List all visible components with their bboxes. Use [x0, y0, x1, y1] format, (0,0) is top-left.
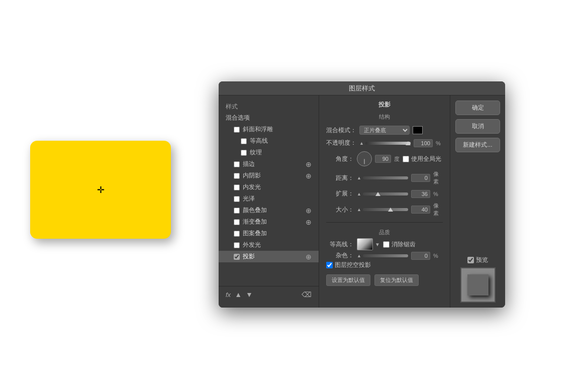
move-up-icon[interactable]: ▲ [235, 290, 242, 299]
pattern-overlay-label: 图案叠加 [243, 229, 267, 238]
blend-mode-select[interactable]: 正片叠底 [359, 126, 410, 135]
reset-default-button[interactable]: 复位为默认值 [374, 274, 419, 286]
gradient-overlay-add-icon[interactable]: ⊕ [306, 218, 312, 226]
pattern-overlay-item[interactable]: 图案叠加 [219, 228, 319, 239]
contour-label-q: 等高线： [326, 240, 354, 249]
dialog-body: 样式 混合选项 斜面和浮雕 等高线 纹理 [219, 95, 505, 308]
inner-glow-checkbox[interactable] [234, 184, 240, 190]
blend-color-swatch[interactable] [413, 126, 423, 134]
preview-inner [467, 274, 489, 296]
spread-row: 扩展： ▲ % [326, 189, 443, 198]
inner-shadow-item[interactable]: 内阴影 ⊕ [219, 170, 319, 181]
inner-glow-item[interactable]: 内发光 [219, 181, 319, 193]
ok-button[interactable]: 确定 [455, 101, 500, 115]
inner-shadow-checkbox[interactable] [234, 173, 240, 179]
satin-item[interactable]: 光泽 [219, 193, 319, 205]
blend-options-item[interactable]: 混合选项 [219, 112, 319, 124]
inner-shadow-label: 内阴影 [243, 171, 261, 180]
move-down-icon[interactable]: ▼ [246, 290, 253, 299]
noise-slider-track[interactable] [363, 254, 408, 257]
angle-line [364, 159, 365, 164]
distance-row: 距离： ▲ 像素 [326, 170, 443, 185]
size-unit: 像素 [433, 202, 443, 217]
color-overlay-checkbox[interactable] [234, 208, 240, 214]
new-style-button[interactable]: 新建样式... [455, 138, 500, 152]
opacity-value-input[interactable] [414, 139, 433, 147]
layer-style-dialog: 图层样式 样式 混合选项 斜面和浮雕 等高线 纹理 [219, 81, 505, 308]
size-slider-wrapper: ▲ [357, 207, 408, 212]
size-slider-track[interactable] [363, 208, 408, 211]
layer-ko-label: 图层挖空投影 [335, 261, 371, 269]
quality-section: 品质 等高线： ▼ 消除锯齿 杂色： [326, 229, 443, 269]
fx-label: fx [226, 291, 231, 299]
texture-checkbox[interactable] [241, 150, 247, 156]
spread-value-input[interactable] [411, 190, 430, 198]
inner-glow-label: 内发光 [243, 183, 261, 191]
size-value-input[interactable] [411, 206, 430, 214]
angle-dial[interactable] [357, 151, 372, 166]
distance-slider-track[interactable] [363, 176, 408, 179]
noise-value-input[interactable] [411, 252, 430, 260]
outer-glow-checkbox[interactable] [234, 242, 240, 248]
gradient-overlay-checkbox[interactable] [234, 219, 240, 225]
opacity-unit: % [436, 140, 441, 146]
contour-checkbox[interactable] [241, 138, 247, 144]
contour-box[interactable] [357, 238, 373, 250]
angle-label: 角度： [326, 155, 354, 163]
angle-unit: 度 [394, 155, 400, 163]
spread-slider-arrow: ▲ [357, 191, 361, 197]
bevel-emboss-item[interactable]: 斜面和浮雕 [219, 124, 319, 135]
satin-checkbox[interactable] [234, 196, 240, 202]
contour-dropdown-arrow[interactable]: ▼ [375, 242, 380, 247]
angle-row: 角度： 度 使用全局光 [326, 151, 443, 166]
dialog-titlebar: 图层样式 [219, 81, 505, 95]
blend-options-label: 混合选项 [226, 114, 250, 122]
contour-item[interactable]: 等高线 [219, 135, 319, 147]
antialias-checkbox[interactable] [383, 241, 390, 248]
spread-label: 扩展： [326, 189, 354, 198]
gradient-overlay-item[interactable]: 渐变叠加 ⊕ [219, 216, 319, 228]
spread-slider-wrapper: ▲ [357, 191, 408, 197]
drop-shadow-add-icon[interactable]: ⊕ [306, 253, 312, 261]
delete-icon[interactable]: ⌫ [302, 290, 312, 299]
distance-value-input[interactable] [411, 174, 430, 182]
bevel-emboss-checkbox[interactable] [234, 127, 240, 133]
contour-selector[interactable]: ▼ [357, 238, 380, 250]
layer-ko-row: 图层挖空投影 [326, 261, 443, 269]
size-label: 大小： [326, 206, 354, 214]
styles-section-label: 样式 [219, 101, 319, 112]
angle-value-input[interactable] [375, 155, 391, 163]
global-light-checkbox[interactable] [403, 156, 409, 162]
dialog-title: 图层样式 [349, 84, 375, 93]
bevel-emboss-label: 斜面和浮雕 [243, 125, 273, 134]
contour-label: 等高线 [250, 137, 268, 145]
opacity-slider-arrow: ▲ [359, 141, 364, 146]
global-light-row: 使用全局光 [403, 155, 441, 163]
pattern-overlay-checkbox[interactable] [234, 231, 240, 237]
inner-shadow-add-icon[interactable]: ⊕ [306, 172, 312, 180]
left-panel: 样式 混合选项 斜面和浮雕 等高线 纹理 [219, 95, 319, 308]
spread-slider-track[interactable] [363, 192, 408, 195]
drop-shadow-item[interactable]: 投影 ⊕ [219, 251, 319, 262]
cancel-button[interactable]: 取消 [455, 119, 500, 134]
layer-ko-checkbox[interactable] [326, 262, 333, 268]
texture-label: 纹理 [250, 148, 262, 157]
outer-glow-item[interactable]: 外发光 [219, 239, 319, 251]
divider [326, 222, 443, 223]
contour-row: 等高线： ▼ 消除锯齿 [326, 238, 443, 250]
set-default-button[interactable]: 设置为默认值 [326, 274, 370, 286]
sub-title: 结构 [326, 113, 443, 121]
color-overlay-add-icon[interactable]: ⊕ [306, 207, 312, 215]
stroke-item[interactable]: 描边 ⊕ [219, 158, 319, 170]
stroke-add-icon[interactable]: ⊕ [306, 160, 312, 168]
drop-shadow-checkbox[interactable] [234, 254, 240, 260]
color-overlay-item[interactable]: 颜色叠加 ⊕ [219, 205, 319, 216]
size-slider-arrow: ▲ [357, 207, 361, 212]
opacity-slider-track[interactable] [365, 142, 411, 145]
distance-slider-arrow: ▲ [357, 175, 361, 180]
stroke-checkbox[interactable] [234, 161, 240, 167]
noise-slider-wrapper: ▲ [357, 253, 408, 258]
preview-checkbox[interactable] [467, 257, 474, 263]
distance-unit: 像素 [433, 170, 443, 185]
texture-item[interactable]: 纹理 [219, 147, 319, 158]
